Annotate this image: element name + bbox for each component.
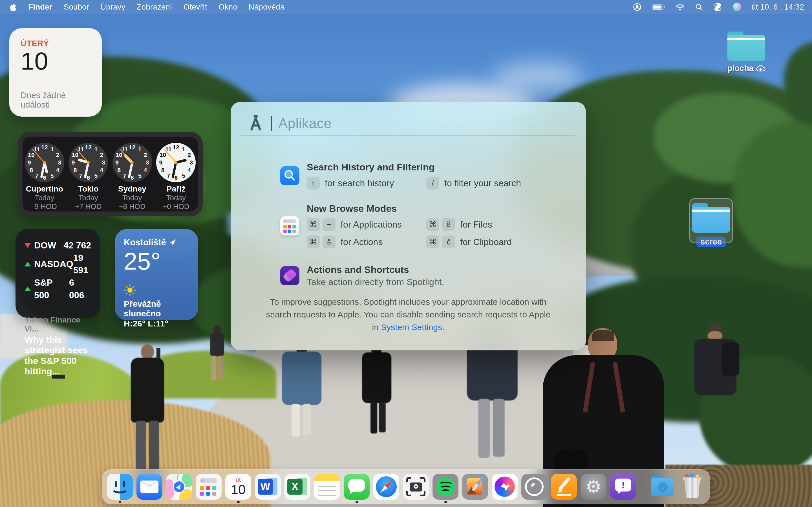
person-silhouette	[688, 323, 742, 415]
calendar-events: Dnes žádné události	[20, 91, 91, 110]
settings-gear-icon: ⚙	[580, 474, 606, 500]
stock-row-dow: DOW 42 762	[24, 239, 91, 251]
stocks-widget[interactable]: DOW 42 762 NASDAQ 19 591 S&P 500 6 006 Y…	[15, 229, 100, 318]
keycap: ↑	[307, 177, 320, 189]
dock-safari[interactable]	[373, 474, 399, 500]
search-tip-icon	[280, 166, 299, 185]
spotlight-footer: To improve suggestions, Spotlight includ…	[266, 295, 551, 334]
person-silhouette	[126, 344, 168, 488]
downloads-folder-icon: ↓	[650, 474, 675, 500]
down-triangle-icon	[24, 243, 31, 248]
dock-mail[interactable]	[137, 474, 162, 500]
excel-icon: X	[285, 474, 310, 500]
keycap: ě	[442, 218, 455, 231]
stock-row-nasdaq: NASDAQ 19 591	[24, 251, 91, 276]
weather-condition: Převážně slunečno	[124, 299, 189, 318]
weather-widget[interactable]: Kostoliště 25° Převážně slunečno H:26° L…	[115, 229, 198, 320]
search-placeholder: Aplikace	[278, 115, 332, 131]
wifi-icon[interactable]	[675, 3, 685, 11]
person-silhouette	[280, 338, 324, 441]
keycap: ⌘	[426, 235, 439, 248]
dock-divider	[643, 473, 643, 500]
menubar-app-name[interactable]: Finder	[28, 3, 52, 11]
stocks-news-source: Yahoo Finance Vi...	[24, 316, 91, 334]
up-triangle-icon	[24, 286, 31, 291]
apple-menu[interactable]	[10, 3, 17, 11]
apple-logo-icon	[10, 3, 17, 11]
dock-pixelmator[interactable]	[462, 474, 488, 500]
clock-face: 121234567891011	[156, 143, 196, 182]
user-account-icon[interactable]	[633, 3, 642, 11]
spotify-icon	[433, 474, 458, 500]
dock-applications[interactable]	[196, 474, 221, 500]
control-center-icon[interactable]	[713, 3, 723, 11]
dock-messages[interactable]	[344, 474, 370, 500]
dock-system-settings[interactable]: ⚙	[580, 474, 606, 500]
keycap: +	[322, 218, 336, 231]
weather-location: Kostoliště	[124, 237, 166, 247]
spotlight-search-field[interactable]: Aplikace	[231, 102, 586, 135]
dock-pages[interactable]	[551, 474, 577, 500]
dock-spotify[interactable]	[433, 474, 458, 500]
safari-icon	[373, 474, 399, 500]
messenger-icon	[492, 474, 518, 500]
dock-excel[interactable]: X	[285, 474, 310, 500]
keycap: š	[322, 235, 336, 248]
menu-upravy[interactable]: Úpravy	[100, 3, 125, 11]
dock-word[interactable]: W	[255, 474, 281, 500]
calendar-widget[interactable]: ÚTERÝ 10 Dnes žádné události	[9, 28, 102, 117]
clock-face: 121234567891011	[68, 143, 108, 182]
finder-icon	[107, 474, 133, 500]
menu-napoveda[interactable]: Nápověda	[249, 3, 285, 11]
desktop-icon-plocha[interactable]: plocha	[722, 32, 770, 73]
spotlight-tip-actions: Actions and Shortcuts Take action direct…	[280, 264, 586, 287]
applications-icon	[196, 474, 221, 500]
battery-icon[interactable]	[652, 4, 665, 10]
maps-icon	[166, 474, 192, 500]
dock-trash[interactable]	[679, 474, 705, 500]
spotlight-tip-browse-modes: New Browse Modes ⌘ + for Applications ⌘ …	[280, 203, 586, 248]
system-settings-link[interactable]: System Settings	[381, 323, 442, 332]
clock-face: 121234567891011	[25, 143, 64, 182]
dock-whatsapp[interactable]	[521, 474, 547, 500]
menu-otevrit[interactable]: Otevřít	[184, 3, 207, 11]
cloud	[493, 62, 583, 90]
applications-mode-icon	[246, 114, 265, 133]
dock-finder[interactable]	[107, 474, 133, 500]
clock-face: 121234567891011	[112, 143, 152, 182]
text-caret	[271, 116, 272, 131]
dock-feedback-assistant[interactable]: !	[610, 474, 636, 500]
folder-icon	[692, 203, 730, 233]
menu-soubor[interactable]: Soubor	[64, 3, 89, 11]
menubar-clock[interactable]: út 10. 6., 14:32	[751, 3, 804, 11]
siri-icon[interactable]	[733, 3, 741, 11]
clock-sydney: 121234567891011 Sydney Today +8 HOD	[111, 143, 153, 211]
dock-screenshot[interactable]	[403, 474, 429, 500]
stocks-news-headline: Why this strategist sees the S&P 500 hit…	[24, 335, 91, 377]
weather-high-low: H:26° L:11°	[124, 319, 189, 328]
spotlight-search-menu-icon[interactable]	[695, 3, 703, 11]
clock-pariz: 121234567891011 Paříž Today +0 HOD	[155, 143, 197, 211]
menu-okno[interactable]: Okno	[218, 3, 238, 11]
notes-icon	[314, 474, 340, 500]
stock-row-sp500: S&P 500 6 006	[24, 276, 91, 301]
keycap: ⌘	[307, 235, 320, 248]
whatsapp-icon	[521, 474, 547, 500]
clock-cupertino: 121234567891011 Cupertino Today -9 HOD	[23, 143, 66, 211]
dock-maps[interactable]	[166, 474, 192, 500]
dock-notes[interactable]	[314, 474, 340, 500]
keycap: č	[442, 235, 455, 248]
person-silhouette	[207, 325, 227, 382]
feedback-icon: !	[610, 474, 636, 500]
dock-messenger[interactable]	[492, 474, 518, 500]
dock-downloads[interactable]: ↓	[650, 474, 675, 500]
dock: út 10 W X	[102, 469, 710, 504]
pixelmator-icon	[462, 474, 488, 500]
dock-calendar[interactable]: út 10	[225, 474, 251, 500]
world-clock-widget[interactable]: 121234567891011 Cupertino Today -9 HOD 1…	[18, 132, 203, 216]
menu-bar: Finder Soubor Úpravy Zobrazení Otevřít O…	[0, 0, 812, 14]
desktop-icon-scree[interactable]: scree	[687, 197, 735, 247]
clock-tokio: 121234567891011 Tokio Today +7 HOD	[67, 143, 109, 211]
menu-zobrazeni[interactable]: Zobrazení	[137, 3, 172, 11]
browse-modes-icon	[280, 216, 299, 235]
